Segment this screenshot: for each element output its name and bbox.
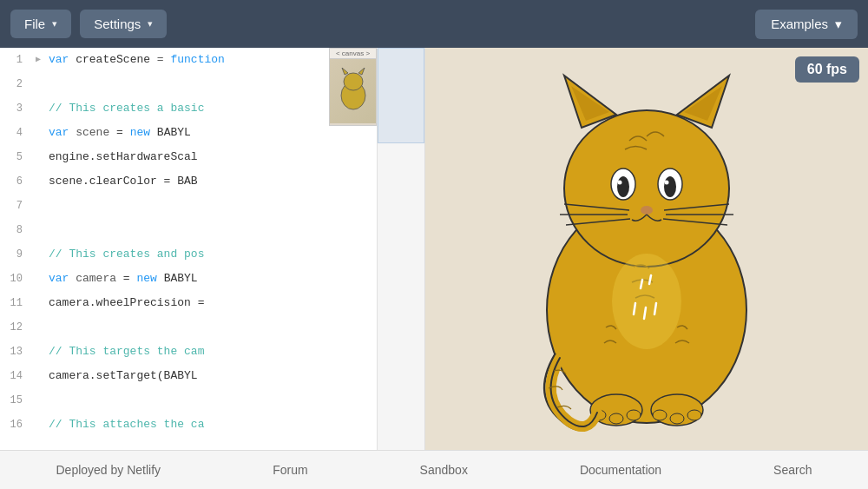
line-number: 15 — [0, 388, 31, 413]
file-label: File — [24, 17, 45, 31]
cat-container — [425, 48, 868, 450]
svg-point-27 — [627, 410, 641, 420]
minimap-scroll[interactable] — [378, 48, 424, 143]
code-text: var createScene = function — [45, 48, 225, 72]
code-text: camera.wheelPrecision = — [45, 291, 204, 315]
settings-label: Settings — [94, 17, 141, 31]
code-text: engine.setHardwareScal — [45, 145, 198, 169]
thumbnail-cat-icon — [336, 68, 371, 116]
svg-point-15 — [665, 180, 669, 184]
table-row: 2 — [0, 72, 377, 96]
line-number: 3 — [0, 96, 31, 121]
svg-point-14 — [618, 180, 622, 184]
line-number: 11 — [0, 291, 31, 315]
table-row: 6 scene.clearColor = BAB — [0, 169, 377, 194]
table-row: 3 // This creates a basic — [0, 96, 377, 121]
svg-point-26 — [609, 413, 623, 424]
table-row: 4 var scene = new BABYL — [0, 121, 377, 145]
footer-search[interactable]: Search — [766, 459, 819, 480]
table-row: 15 — [0, 388, 377, 413]
footer-netlify[interactable]: Deployed by Netlify — [49, 459, 168, 480]
footer-sandbox[interactable]: Sandbox — [413, 459, 475, 480]
code-text: // This attaches the ca — [45, 413, 204, 437]
main-content: < canvas > 1▶var createScene = function2… — [0, 48, 868, 450]
toolbar: File ▾ Settings ▾ Examples ▾ — [0, 0, 868, 48]
settings-button[interactable]: Settings ▾ — [80, 10, 167, 38]
code-editor[interactable]: 1▶var createScene = function23 // This c… — [0, 48, 377, 437]
code-text: // This targets the cam — [45, 340, 204, 364]
table-row: 14 camera.setTarget(BABYL — [0, 364, 377, 388]
line-number: 1 — [0, 48, 31, 72]
thumbnail-label: < canvas > — [330, 49, 376, 59]
table-row: 16 // This attaches the ca — [0, 413, 377, 437]
table-row: 1▶var createScene = function — [0, 48, 377, 72]
line-number: 14 — [0, 364, 31, 388]
table-row: 13 // This targets the cam — [0, 340, 377, 364]
code-text: // This creates and pos — [45, 242, 204, 267]
line-number: 10 — [0, 267, 31, 291]
svg-marker-2 — [342, 68, 348, 75]
table-row: 7 — [0, 194, 377, 218]
thumbnail-preview: < canvas > — [329, 48, 377, 126]
settings-chevron-icon: ▾ — [148, 18, 153, 30]
svg-point-12 — [617, 176, 629, 197]
table-row: 12 — [0, 315, 377, 340]
svg-point-13 — [664, 176, 676, 197]
svg-point-5 — [564, 110, 729, 267]
line-number: 12 — [0, 315, 31, 340]
line-number: 8 — [0, 218, 31, 242]
fps-badge: 60 fps — [795, 56, 859, 83]
code-text: var camera = new BABYL — [45, 267, 198, 291]
footer: Deployed by Netlify Forum Sandbox Docume… — [0, 450, 868, 489]
line-number: 6 — [0, 169, 31, 194]
minimap — [377, 48, 424, 450]
table-row: 8 — [0, 218, 377, 242]
table-row: 5 engine.setHardwareScal — [0, 145, 377, 169]
svg-point-28 — [653, 410, 667, 420]
fold-button[interactable]: ▶ — [31, 48, 45, 72]
line-number: 9 — [0, 242, 31, 267]
line-number: 7 — [0, 194, 31, 218]
svg-point-29 — [670, 413, 684, 424]
code-text: camera.setTarget(BABYL — [45, 364, 198, 388]
line-number: 2 — [0, 72, 31, 96]
svg-point-1 — [344, 73, 363, 90]
examples-label: Examples — [771, 17, 828, 31]
line-number: 13 — [0, 340, 31, 364]
footer-documentation[interactable]: Documentation — [573, 459, 668, 480]
preview-panel: 60 fps — [425, 48, 868, 450]
code-text: var scene = new BABYL — [45, 121, 191, 145]
code-text: // This creates a basic — [45, 96, 204, 121]
svg-point-31 — [612, 254, 681, 349]
thumbnail-image — [330, 59, 376, 123]
svg-marker-3 — [358, 68, 365, 75]
code-panel: < canvas > 1▶var createScene = function2… — [0, 48, 425, 450]
examples-button[interactable]: Examples ▾ — [755, 10, 858, 39]
line-number: 16 — [0, 413, 31, 437]
table-row: 10 var camera = new BABYL — [0, 267, 377, 291]
file-chevron-icon: ▾ — [52, 18, 57, 30]
svg-point-30 — [687, 410, 701, 420]
line-number: 5 — [0, 145, 31, 169]
footer-forum[interactable]: Forum — [266, 459, 314, 480]
cat-illustration — [495, 50, 799, 449]
table-row: 11 camera.wheelPrecision = — [0, 291, 377, 315]
file-button[interactable]: File ▾ — [10, 10, 71, 38]
examples-chevron-icon: ▾ — [835, 17, 842, 32]
line-number: 4 — [0, 121, 31, 145]
svg-point-16 — [641, 206, 653, 215]
table-row: 9 // This creates and pos — [0, 242, 377, 267]
code-text: scene.clearColor = BAB — [45, 169, 198, 194]
